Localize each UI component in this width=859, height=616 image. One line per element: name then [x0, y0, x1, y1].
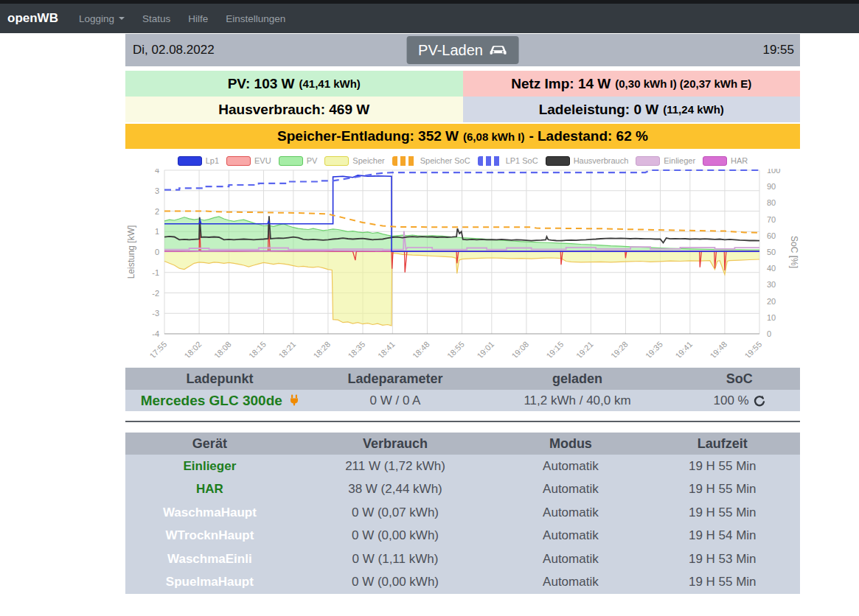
power-chart: Lp1EVUPVSpeicherSpeicher SoCLP1 SoCHausv… — [125, 153, 800, 360]
svg-text:17:55: 17:55 — [147, 340, 168, 357]
status-box-pv: PV: 103 W (41,41 kWh) — [125, 71, 463, 97]
plug-icon — [289, 394, 299, 407]
soc-value: 100 % — [714, 393, 749, 408]
time-label: 19:55 — [762, 43, 794, 57]
svg-text:18:55: 18:55 — [445, 340, 466, 357]
svg-text:18:35: 18:35 — [346, 340, 366, 357]
vehicle-name: Mercedes GLC 300de — [141, 393, 282, 409]
main-content: Di, 02.08.2022 PV-Laden 19:55 PV: 103 W … — [125, 34, 800, 594]
car-icon — [490, 44, 507, 56]
legend-swatch — [279, 156, 303, 166]
svg-text:90: 90 — [767, 182, 776, 191]
device-row: SpuelmaHaupt0 W (0,00 kWh)Automatik19 H … — [125, 571, 800, 595]
svg-text:50: 50 — [767, 248, 776, 256]
chargepoint-row: Mercedes GLC 300de 0 W / 0 A 11,2 kWh / … — [125, 390, 800, 411]
soc-refresh-button[interactable] — [754, 395, 765, 407]
status-box-netz: Netz Imp: 14 W (0,30 kWh I) (20,37 kWh E… — [463, 71, 801, 97]
legend-item-evu: EVU — [226, 156, 271, 166]
legend-item-hausverbrauch: Hausverbrauch — [546, 156, 629, 166]
legend-item-speicher: Speicher — [324, 156, 384, 166]
svg-text:70: 70 — [767, 215, 776, 224]
svg-text:19:28: 19:28 — [609, 340, 630, 357]
status-grid: PV: 103 W (41,41 kWh) Netz Imp: 14 W (0,… — [125, 71, 800, 122]
device-row: WTrocknHaupt0 W (0,00 kWh)Automatik19 H … — [125, 525, 800, 548]
refresh-icon — [754, 395, 765, 407]
device-row: HAR38 W (2,44 kWh)Automatik19 H 55 Min — [125, 478, 800, 502]
svg-text:19:55: 19:55 — [743, 340, 763, 357]
svg-text:18:48: 18:48 — [411, 340, 431, 357]
svg-text:18:15: 18:15 — [247, 340, 268, 357]
svg-text:-4: -4 — [152, 329, 159, 338]
svg-text:-1: -1 — [152, 268, 159, 277]
chart-svg: 43210-1-2-3-4100908070605040302010017:55… — [125, 169, 800, 357]
device-table: Gerät Verbrauch Modus Laufzeit Einlieger… — [125, 433, 800, 594]
svg-text:4: 4 — [155, 169, 159, 175]
x-axis-ticks: 17:5518:0218:0818:1518:2118:2818:3518:41… — [147, 340, 763, 357]
legend-swatch — [392, 156, 417, 166]
svg-text:18:41: 18:41 — [376, 340, 397, 357]
device-row: WaschmaHaupt0 W (0,07 kWh)Automatik19 H … — [125, 501, 800, 525]
svg-text:0: 0 — [767, 329, 771, 338]
charged-amount: 11,2 kWh / 40,0 km — [476, 393, 679, 408]
device-row: WaschmaEinli0 W (1,11 kWh)Automatik19 H … — [125, 547, 800, 571]
chevron-down-icon — [119, 17, 125, 20]
svg-text:19:21: 19:21 — [574, 340, 595, 357]
svg-text:19:15: 19:15 — [544, 340, 565, 357]
svg-text:20: 20 — [767, 297, 776, 306]
navbar: openWB Logging Status Hilfe Einstellunge… — [0, 4, 859, 33]
svg-text:19:48: 19:48 — [708, 340, 728, 357]
svg-text:10: 10 — [767, 313, 776, 322]
svg-text:40: 40 — [767, 264, 776, 273]
svg-text:18:21: 18:21 — [277, 340, 297, 357]
charge-mode-button[interactable]: PV-Laden — [406, 36, 519, 64]
legend-swatch — [178, 156, 202, 166]
svg-text:0: 0 — [155, 248, 159, 256]
svg-text:18:08: 18:08 — [212, 340, 233, 357]
left-axis-ticks: 43210-1-2-3-4 — [152, 169, 159, 338]
nav-item-status[interactable]: Status — [142, 13, 170, 24]
svg-text:-3: -3 — [152, 309, 159, 318]
chart-legend: Lp1EVUPVSpeicherSpeicher SoCLP1 SoCHausv… — [125, 153, 800, 169]
charge-mode-label: PV-Laden — [418, 42, 483, 59]
legend-item-lp1-soc: LP1 SoC — [478, 156, 538, 166]
nav-item-hilfe[interactable]: Hilfe — [188, 13, 208, 24]
charge-params: 0 W / 0 A — [314, 393, 476, 408]
legend-swatch — [546, 156, 570, 166]
left-axis-title: Leistung [kW] — [126, 225, 136, 279]
chargepoint-table: Ladepunkt Ladeparameter geladen SoC Merc… — [125, 368, 800, 411]
nav-item-logging[interactable]: Logging — [79, 13, 125, 24]
legend-item-pv: PV — [279, 156, 318, 166]
svg-text:-2: -2 — [152, 289, 159, 298]
svg-text:19:08: 19:08 — [510, 340, 530, 357]
svg-text:30: 30 — [767, 280, 776, 289]
svg-text:1: 1 — [155, 227, 159, 236]
legend-swatch — [478, 156, 502, 166]
right-axis-title: SoC [%] — [789, 236, 799, 268]
status-box-hausverbrauch: Hausverbrauch: 469 W — [125, 97, 463, 122]
svg-text:19:35: 19:35 — [644, 340, 664, 357]
status-box-speicher: Speicher-Entladung: 352 W (6,08 kWh I) -… — [125, 124, 800, 149]
date-label: Di, 02.08.2022 — [125, 43, 215, 57]
svg-text:19:01: 19:01 — [475, 340, 495, 357]
legend-item-lp1: Lp1 — [178, 156, 219, 166]
legend-item-har: HAR — [703, 156, 748, 166]
svg-text:18:28: 18:28 — [311, 340, 332, 357]
brand-openwb[interactable]: openWB — [7, 11, 58, 26]
svg-text:2: 2 — [155, 207, 159, 216]
legend-swatch — [636, 156, 660, 166]
device-row: Einlieger211 W (1,72 kWh)Automatik19 H 5… — [125, 455, 800, 478]
chargepoint-table-header: Ladepunkt Ladeparameter geladen SoC — [125, 368, 800, 390]
legend-item-speicher-soc: Speicher SoC — [392, 156, 470, 166]
right-axis-ticks: 1009080706050403020100 — [767, 169, 780, 338]
device-table-body: Einlieger211 W (1,72 kWh)Automatik19 H 5… — [125, 455, 800, 594]
legend-swatch — [226, 156, 251, 166]
nav-item-einstellungen[interactable]: Einstellungen — [226, 13, 285, 24]
svg-text:19:41: 19:41 — [673, 340, 694, 357]
legend-swatch — [324, 156, 349, 166]
svg-text:100: 100 — [767, 169, 780, 175]
svg-text:80: 80 — [767, 198, 776, 207]
section-divider — [125, 421, 800, 422]
device-table-header: Gerät Verbrauch Modus Laufzeit — [125, 433, 800, 455]
svg-text:60: 60 — [767, 231, 776, 240]
header-bar: Di, 02.08.2022 PV-Laden 19:55 — [125, 34, 800, 66]
